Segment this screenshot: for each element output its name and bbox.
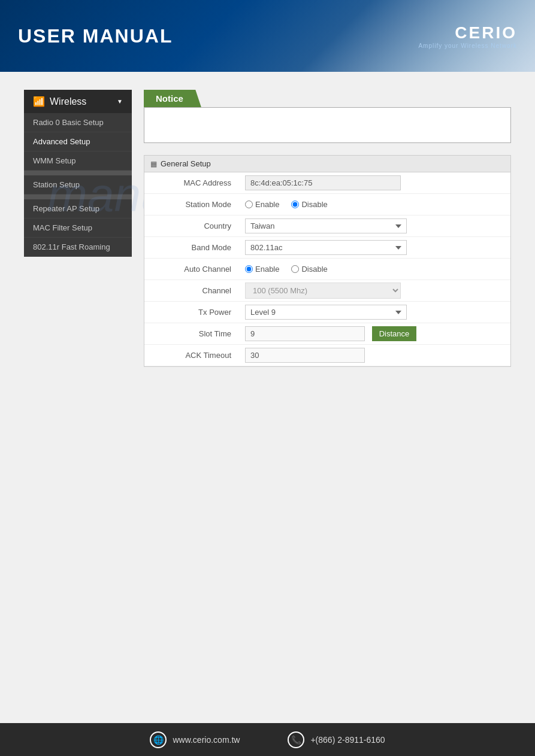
station-mode-row: Station Mode Enable Disable (144, 194, 510, 215)
ack-timeout-row: ACK Timeout (144, 345, 510, 366)
sidebar: 📶 Wireless ▼ Radio 0 Basic Setup Advance… (24, 90, 132, 367)
station-mode-disable-label[interactable]: Disable (291, 200, 327, 209)
channel-label: Channel (144, 283, 240, 299)
auto-channel-enable-radio[interactable] (245, 265, 253, 273)
distance-button[interactable]: Distance (372, 326, 417, 341)
auto-channel-enable-label[interactable]: Enable (245, 265, 279, 274)
tx-power-value: Level 9 (240, 302, 510, 322)
auto-channel-disable-label[interactable]: Disable (291, 265, 327, 274)
header-logo: CERIO Amplify your Wireless Network (418, 23, 517, 49)
mac-address-label: MAC Address (144, 175, 240, 191)
sidebar-item-station-setup[interactable]: Station Setup (24, 175, 132, 195)
channel-value: 100 (5500 Mhz) (240, 280, 510, 301)
auto-channel-label: Auto Channel (144, 261, 240, 277)
footer-website-text: www.cerio.com.tw (173, 735, 240, 745)
country-select[interactable]: Taiwan (245, 218, 407, 233)
chevron-down-icon: ▼ (117, 98, 123, 105)
wireless-icon: 📶 (33, 96, 45, 107)
sidebar-item-mac-filter[interactable]: MAC Filter Setup (24, 218, 132, 238)
sidebar-item-fast-roaming[interactable]: 802.11r Fast Roaming (24, 238, 132, 257)
channel-row: Channel 100 (5500 Mhz) (144, 280, 510, 302)
sidebar-separator-1 (24, 171, 132, 175)
country-row: Country Taiwan (144, 215, 510, 237)
auto-channel-disable-radio[interactable] (291, 265, 299, 273)
slot-time-input[interactable] (245, 326, 365, 341)
header-title: USER MANUAL (18, 25, 173, 47)
station-mode-enable-label[interactable]: Enable (245, 200, 279, 209)
logo-text: CERIO (455, 23, 517, 42)
station-mode-enable-radio[interactable] (245, 201, 253, 208)
band-mode-select[interactable]: 802.11ac (245, 240, 407, 255)
channel-select[interactable]: 100 (5500 Mhz) (245, 283, 401, 299)
sidebar-separator-2 (24, 195, 132, 199)
tx-power-row: Tx Power Level 9 (144, 302, 510, 323)
right-panel: Notice manualsarchive.com ▦ General Setu… (144, 90, 511, 367)
sidebar-header[interactable]: 📶 Wireless ▼ (24, 90, 132, 113)
station-mode-value: Enable Disable (240, 198, 510, 211)
sidebar-item-radio0-basic[interactable]: Radio 0 Basic Setup (24, 113, 132, 132)
station-mode-label: Station Mode (144, 196, 240, 212)
slot-time-row: Slot Time Distance (144, 323, 510, 345)
auto-channel-value: Enable Disable (240, 262, 510, 276)
notice-body (144, 107, 511, 143)
slot-time-value: Distance (240, 324, 510, 344)
globe-icon: 🌐 (150, 731, 167, 748)
sidebar-header-label: Wireless (50, 96, 86, 107)
auto-channel-row: Auto Channel Enable Disable (144, 259, 510, 280)
page-header: USER MANUAL CERIO Amplify your Wireless … (0, 0, 535, 72)
station-mode-radio-group: Enable Disable (245, 200, 506, 209)
sidebar-item-repeater-ap[interactable]: Repeater AP Setup (24, 199, 132, 218)
phone-icon: 📞 (288, 731, 304, 748)
band-mode-row: Band Mode 802.11ac (144, 237, 510, 259)
notice-header: Notice (144, 90, 201, 107)
notice-section: Notice (144, 90, 511, 143)
station-mode-disable-radio[interactable] (291, 201, 299, 208)
sidebar-item-advanced-setup[interactable]: Advanced Setup (24, 132, 132, 151)
mac-address-input[interactable] (245, 175, 401, 190)
band-mode-label: Band Mode (144, 239, 240, 256)
mac-address-value (240, 173, 510, 193)
footer-phone-text: +(866) 2-8911-6160 (310, 735, 385, 745)
band-mode-value: 802.11ac (240, 238, 510, 257)
general-setup-section: ▦ General Setup MAC Address Station Mode (144, 155, 511, 367)
country-value: Taiwan (240, 216, 510, 236)
general-setup-header: ▦ General Setup (144, 156, 510, 172)
footer-website: 🌐 www.cerio.com.tw (150, 731, 240, 748)
footer-phone: 📞 +(866) 2-8911-6160 (288, 731, 385, 748)
slot-time-label: Slot Time (144, 326, 240, 342)
grid-icon: ▦ (150, 160, 157, 168)
sidebar-item-wmm-setup[interactable]: WMM Setup (24, 151, 132, 171)
sidebar-menu: Radio 0 Basic Setup Advanced Setup WMM S… (24, 113, 132, 257)
auto-channel-radio-group: Enable Disable (245, 265, 506, 274)
logo-tagline: Amplify your Wireless Network (418, 42, 517, 49)
ack-timeout-label: ACK Timeout (144, 347, 240, 363)
ack-timeout-value (240, 345, 510, 365)
ack-timeout-input[interactable] (245, 348, 365, 363)
country-label: Country (144, 218, 240, 234)
page-footer: 🌐 www.cerio.com.tw 📞 +(866) 2-8911-6160 (0, 723, 535, 756)
mac-address-row: MAC Address (144, 172, 510, 194)
tx-power-label: Tx Power (144, 304, 240, 320)
general-setup-label: General Setup (161, 159, 211, 168)
main-content: 📶 Wireless ▼ Radio 0 Basic Setup Advance… (0, 72, 535, 385)
tx-power-select[interactable]: Level 9 (245, 305, 407, 320)
